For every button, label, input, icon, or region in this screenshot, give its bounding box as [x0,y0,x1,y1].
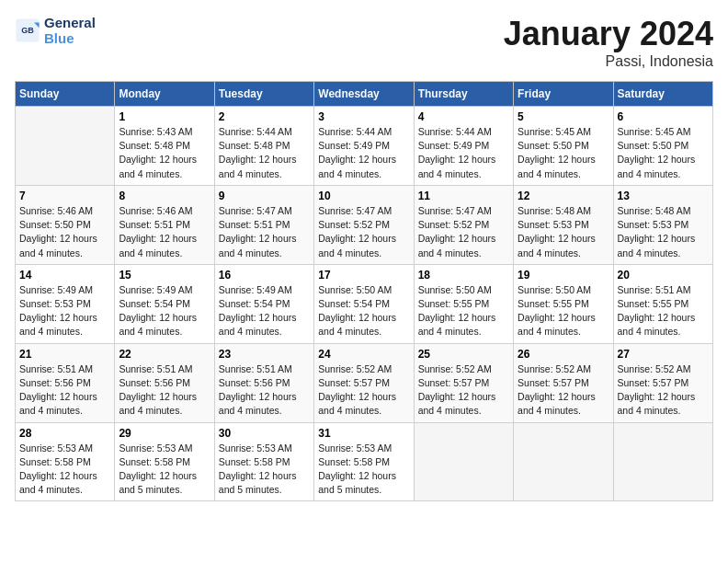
day-number: 11 [418,190,509,202]
day-number: 29 [119,427,210,440]
calendar-cell: 24Sunrise: 5:52 AM Sunset: 5:57 PM Dayli… [314,343,414,422]
calendar-cell: 11Sunrise: 5:47 AM Sunset: 5:52 PM Dayli… [414,185,513,264]
calendar-week-3: 14Sunrise: 5:49 AM Sunset: 5:53 PM Dayli… [16,264,713,343]
day-number: 16 [219,269,310,282]
day-info: Sunrise: 5:51 AM Sunset: 5:55 PM Dayligh… [618,283,709,339]
calendar-cell [414,422,513,501]
calendar-cell: 3Sunrise: 5:44 AM Sunset: 5:49 PM Daylig… [314,107,414,186]
day-info: Sunrise: 5:47 AM Sunset: 5:52 PM Dayligh… [318,204,409,260]
day-info: Sunrise: 5:44 AM Sunset: 5:49 PM Dayligh… [318,125,409,181]
day-number: 3 [318,110,409,123]
day-info: Sunrise: 5:44 AM Sunset: 5:49 PM Dayligh… [418,125,509,181]
day-info: Sunrise: 5:50 AM Sunset: 5:55 PM Dayligh… [518,283,609,339]
logo: GB General Blue [15,15,96,46]
col-header-thursday: Thursday [414,82,513,107]
page-header: GB General Blue January 2024 Passi, Indo… [15,15,713,70]
calendar-cell: 4Sunrise: 5:44 AM Sunset: 5:49 PM Daylig… [414,107,513,186]
calendar-cell: 13Sunrise: 5:48 AM Sunset: 5:53 PM Dayli… [613,185,712,264]
calendar-cell: 9Sunrise: 5:47 AM Sunset: 5:51 PM Daylig… [214,185,313,264]
calendar-cell: 10Sunrise: 5:47 AM Sunset: 5:52 PM Dayli… [314,185,414,264]
col-header-wednesday: Wednesday [314,82,414,107]
day-info: Sunrise: 5:51 AM Sunset: 5:56 PM Dayligh… [119,362,210,419]
col-header-saturday: Saturday [613,82,712,107]
calendar-table: SundayMondayTuesdayWednesdayThursdayFrid… [15,81,713,501]
day-number: 12 [518,190,609,202]
calendar-week-4: 21Sunrise: 5:51 AM Sunset: 5:56 PM Dayli… [16,343,713,422]
day-info: Sunrise: 5:52 AM Sunset: 5:57 PM Dayligh… [618,362,709,419]
day-number: 27 [618,348,709,361]
svg-text:GB: GB [21,26,34,35]
day-number: 30 [219,427,310,440]
day-number: 25 [418,348,509,361]
day-number: 14 [19,269,110,282]
day-number: 31 [318,427,409,440]
calendar-cell: 29Sunrise: 5:53 AM Sunset: 5:58 PM Dayli… [115,422,214,501]
day-info: Sunrise: 5:52 AM Sunset: 5:57 PM Dayligh… [318,362,409,419]
day-info: Sunrise: 5:45 AM Sunset: 5:50 PM Dayligh… [518,125,609,181]
calendar-cell: 27Sunrise: 5:52 AM Sunset: 5:57 PM Dayli… [613,343,712,422]
day-number: 1 [119,110,210,123]
calendar-cell: 20Sunrise: 5:51 AM Sunset: 5:55 PM Dayli… [613,264,712,343]
day-number: 19 [518,269,609,282]
calendar-cell: 28Sunrise: 5:53 AM Sunset: 5:58 PM Dayli… [16,422,115,501]
day-number: 28 [19,427,110,440]
day-number: 20 [618,269,709,282]
calendar-cell: 26Sunrise: 5:52 AM Sunset: 5:57 PM Dayli… [514,343,613,422]
day-number: 23 [219,348,310,361]
title-block: January 2024 Passi, Indonesia [504,15,713,70]
calendar-cell: 2Sunrise: 5:44 AM Sunset: 5:48 PM Daylig… [214,107,313,186]
logo-icon: GB [15,17,40,43]
col-header-friday: Friday [514,82,613,107]
calendar-cell [16,107,115,186]
col-header-sunday: Sunday [16,82,115,107]
calendar-header-row: SundayMondayTuesdayWednesdayThursdayFrid… [16,82,713,107]
calendar-cell: 5Sunrise: 5:45 AM Sunset: 5:50 PM Daylig… [514,107,613,186]
day-number: 8 [119,190,210,202]
day-number: 6 [618,110,709,123]
day-info: Sunrise: 5:53 AM Sunset: 5:58 PM Dayligh… [318,442,409,498]
day-info: Sunrise: 5:53 AM Sunset: 5:58 PM Dayligh… [219,442,310,498]
calendar-cell: 30Sunrise: 5:53 AM Sunset: 5:58 PM Dayli… [214,422,313,501]
day-number: 21 [19,348,110,361]
day-number: 18 [418,269,509,282]
day-info: Sunrise: 5:50 AM Sunset: 5:55 PM Dayligh… [418,283,509,339]
day-info: Sunrise: 5:52 AM Sunset: 5:57 PM Dayligh… [518,362,609,419]
day-info: Sunrise: 5:49 AM Sunset: 5:54 PM Dayligh… [119,283,210,339]
calendar-week-5: 28Sunrise: 5:53 AM Sunset: 5:58 PM Dayli… [16,422,713,501]
day-info: Sunrise: 5:51 AM Sunset: 5:56 PM Dayligh… [19,362,110,419]
day-info: Sunrise: 5:47 AM Sunset: 5:51 PM Dayligh… [219,204,310,260]
month-title: January 2024 [504,15,713,53]
calendar-cell: 6Sunrise: 5:45 AM Sunset: 5:50 PM Daylig… [613,107,712,186]
day-info: Sunrise: 5:53 AM Sunset: 5:58 PM Dayligh… [119,442,210,498]
calendar-cell: 1Sunrise: 5:43 AM Sunset: 5:48 PM Daylig… [115,107,214,186]
day-number: 15 [119,269,210,282]
calendar-cell [613,422,712,501]
day-info: Sunrise: 5:48 AM Sunset: 5:53 PM Dayligh… [518,204,609,260]
day-number: 4 [418,110,509,123]
day-info: Sunrise: 5:45 AM Sunset: 5:50 PM Dayligh… [618,125,709,181]
day-number: 24 [318,348,409,361]
calendar-cell: 19Sunrise: 5:50 AM Sunset: 5:55 PM Dayli… [514,264,613,343]
day-number: 17 [318,269,409,282]
day-info: Sunrise: 5:49 AM Sunset: 5:54 PM Dayligh… [219,283,310,339]
day-info: Sunrise: 5:47 AM Sunset: 5:52 PM Dayligh… [418,204,509,260]
day-info: Sunrise: 5:44 AM Sunset: 5:48 PM Dayligh… [219,125,310,181]
calendar-week-2: 7Sunrise: 5:46 AM Sunset: 5:50 PM Daylig… [16,185,713,264]
day-info: Sunrise: 5:48 AM Sunset: 5:53 PM Dayligh… [618,204,709,260]
day-number: 9 [219,190,310,202]
day-info: Sunrise: 5:53 AM Sunset: 5:58 PM Dayligh… [19,442,110,498]
day-info: Sunrise: 5:49 AM Sunset: 5:53 PM Dayligh… [19,283,110,339]
day-number: 26 [518,348,609,361]
calendar-cell: 23Sunrise: 5:51 AM Sunset: 5:56 PM Dayli… [214,343,313,422]
calendar-week-1: 1Sunrise: 5:43 AM Sunset: 5:48 PM Daylig… [16,107,713,186]
calendar-cell: 7Sunrise: 5:46 AM Sunset: 5:50 PM Daylig… [16,185,115,264]
calendar-cell: 22Sunrise: 5:51 AM Sunset: 5:56 PM Dayli… [115,343,214,422]
day-info: Sunrise: 5:46 AM Sunset: 5:50 PM Dayligh… [19,204,110,260]
day-number: 2 [219,110,310,123]
col-header-tuesday: Tuesday [214,82,313,107]
calendar-cell: 17Sunrise: 5:50 AM Sunset: 5:54 PM Dayli… [314,264,414,343]
calendar-cell: 31Sunrise: 5:53 AM Sunset: 5:58 PM Dayli… [314,422,414,501]
logo-text: General Blue [44,15,96,46]
calendar-cell [514,422,613,501]
day-info: Sunrise: 5:50 AM Sunset: 5:54 PM Dayligh… [318,283,409,339]
